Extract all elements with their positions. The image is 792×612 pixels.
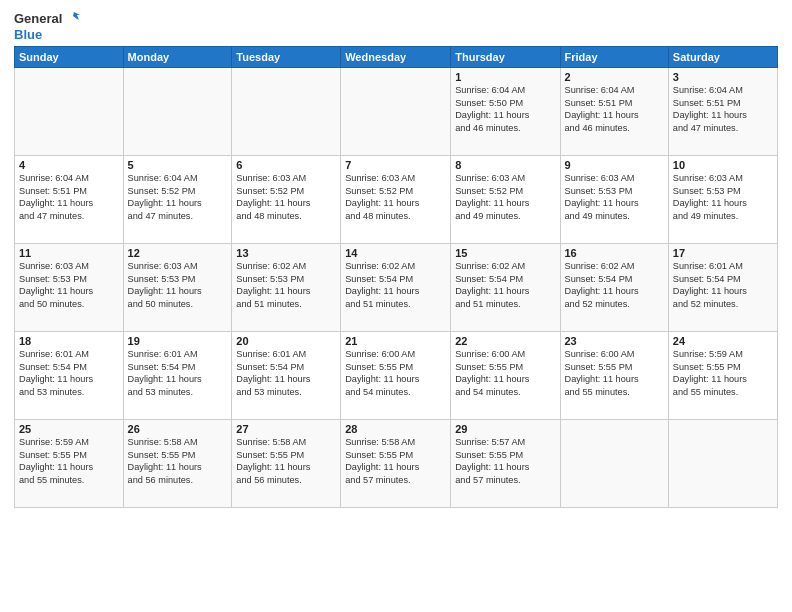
day-number: 13 xyxy=(236,247,336,259)
calendar-cell: 18Sunrise: 6:01 AMSunset: 5:54 PMDayligh… xyxy=(15,332,124,420)
calendar-cell: 6Sunrise: 6:03 AMSunset: 5:52 PMDaylight… xyxy=(232,156,341,244)
day-info: Sunrise: 5:59 AMSunset: 5:55 PMDaylight:… xyxy=(19,436,119,486)
calendar-header-sunday: Sunday xyxy=(15,47,124,68)
day-info: Sunrise: 6:02 AMSunset: 5:54 PMDaylight:… xyxy=(455,260,555,310)
day-number: 15 xyxy=(455,247,555,259)
day-number: 2 xyxy=(565,71,664,83)
calendar-cell: 13Sunrise: 6:02 AMSunset: 5:53 PMDayligh… xyxy=(232,244,341,332)
day-number: 18 xyxy=(19,335,119,347)
calendar-cell: 29Sunrise: 5:57 AMSunset: 5:55 PMDayligh… xyxy=(451,420,560,508)
day-number: 10 xyxy=(673,159,773,171)
day-info: Sunrise: 6:02 AMSunset: 5:54 PMDaylight:… xyxy=(565,260,664,310)
calendar-cell: 17Sunrise: 6:01 AMSunset: 5:54 PMDayligh… xyxy=(668,244,777,332)
calendar-cell: 21Sunrise: 6:00 AMSunset: 5:55 PMDayligh… xyxy=(341,332,451,420)
calendar-cell xyxy=(123,68,232,156)
calendar-cell xyxy=(232,68,341,156)
calendar-cell: 20Sunrise: 6:01 AMSunset: 5:54 PMDayligh… xyxy=(232,332,341,420)
calendar-header-monday: Monday xyxy=(123,47,232,68)
calendar-header-thursday: Thursday xyxy=(451,47,560,68)
day-number: 12 xyxy=(128,247,228,259)
calendar-header-friday: Friday xyxy=(560,47,668,68)
day-info: Sunrise: 5:57 AMSunset: 5:55 PMDaylight:… xyxy=(455,436,555,486)
calendar-week-2: 4Sunrise: 6:04 AMSunset: 5:51 PMDaylight… xyxy=(15,156,778,244)
calendar-week-1: 1Sunrise: 6:04 AMSunset: 5:50 PMDaylight… xyxy=(15,68,778,156)
day-info: Sunrise: 6:02 AMSunset: 5:54 PMDaylight:… xyxy=(345,260,446,310)
calendar-header-tuesday: Tuesday xyxy=(232,47,341,68)
calendar-cell: 5Sunrise: 6:04 AMSunset: 5:52 PMDaylight… xyxy=(123,156,232,244)
day-info: Sunrise: 6:03 AMSunset: 5:52 PMDaylight:… xyxy=(345,172,446,222)
calendar-cell: 25Sunrise: 5:59 AMSunset: 5:55 PMDayligh… xyxy=(15,420,124,508)
day-info: Sunrise: 5:58 AMSunset: 5:55 PMDaylight:… xyxy=(345,436,446,486)
calendar-table: SundayMondayTuesdayWednesdayThursdayFrid… xyxy=(14,46,778,508)
page-container: General Blue SundayMondayTuesdayWednesda… xyxy=(0,0,792,514)
day-info: Sunrise: 6:01 AMSunset: 5:54 PMDaylight:… xyxy=(128,348,228,398)
day-info: Sunrise: 6:03 AMSunset: 5:53 PMDaylight:… xyxy=(565,172,664,222)
day-number: 7 xyxy=(345,159,446,171)
day-number: 14 xyxy=(345,247,446,259)
calendar-cell: 8Sunrise: 6:03 AMSunset: 5:52 PMDaylight… xyxy=(451,156,560,244)
day-info: Sunrise: 6:04 AMSunset: 5:51 PMDaylight:… xyxy=(565,84,664,134)
day-info: Sunrise: 6:04 AMSunset: 5:52 PMDaylight:… xyxy=(128,172,228,222)
calendar-cell: 22Sunrise: 6:00 AMSunset: 5:55 PMDayligh… xyxy=(451,332,560,420)
day-number: 16 xyxy=(565,247,664,259)
calendar-cell: 7Sunrise: 6:03 AMSunset: 5:52 PMDaylight… xyxy=(341,156,451,244)
calendar-week-4: 18Sunrise: 6:01 AMSunset: 5:54 PMDayligh… xyxy=(15,332,778,420)
logo-general: General xyxy=(14,12,62,26)
day-number: 4 xyxy=(19,159,119,171)
calendar-cell: 23Sunrise: 6:00 AMSunset: 5:55 PMDayligh… xyxy=(560,332,668,420)
calendar-cell: 19Sunrise: 6:01 AMSunset: 5:54 PMDayligh… xyxy=(123,332,232,420)
calendar-cell: 10Sunrise: 6:03 AMSunset: 5:53 PMDayligh… xyxy=(668,156,777,244)
calendar-cell: 15Sunrise: 6:02 AMSunset: 5:54 PMDayligh… xyxy=(451,244,560,332)
calendar-cell: 16Sunrise: 6:02 AMSunset: 5:54 PMDayligh… xyxy=(560,244,668,332)
day-number: 22 xyxy=(455,335,555,347)
calendar-cell: 14Sunrise: 6:02 AMSunset: 5:54 PMDayligh… xyxy=(341,244,451,332)
calendar-cell: 9Sunrise: 6:03 AMSunset: 5:53 PMDaylight… xyxy=(560,156,668,244)
day-info: Sunrise: 6:03 AMSunset: 5:53 PMDaylight:… xyxy=(19,260,119,310)
day-info: Sunrise: 6:00 AMSunset: 5:55 PMDaylight:… xyxy=(455,348,555,398)
calendar-cell xyxy=(668,420,777,508)
calendar-cell xyxy=(560,420,668,508)
day-number: 26 xyxy=(128,423,228,435)
day-info: Sunrise: 5:59 AMSunset: 5:55 PMDaylight:… xyxy=(673,348,773,398)
calendar-week-3: 11Sunrise: 6:03 AMSunset: 5:53 PMDayligh… xyxy=(15,244,778,332)
day-number: 19 xyxy=(128,335,228,347)
calendar-cell: 4Sunrise: 6:04 AMSunset: 5:51 PMDaylight… xyxy=(15,156,124,244)
calendar-cell: 3Sunrise: 6:04 AMSunset: 5:51 PMDaylight… xyxy=(668,68,777,156)
day-info: Sunrise: 5:58 AMSunset: 5:55 PMDaylight:… xyxy=(236,436,336,486)
day-number: 17 xyxy=(673,247,773,259)
day-info: Sunrise: 6:03 AMSunset: 5:53 PMDaylight:… xyxy=(673,172,773,222)
day-info: Sunrise: 6:01 AMSunset: 5:54 PMDaylight:… xyxy=(236,348,336,398)
header: General Blue xyxy=(14,10,778,42)
calendar-cell: 12Sunrise: 6:03 AMSunset: 5:53 PMDayligh… xyxy=(123,244,232,332)
day-number: 20 xyxy=(236,335,336,347)
day-number: 8 xyxy=(455,159,555,171)
day-number: 5 xyxy=(128,159,228,171)
day-number: 24 xyxy=(673,335,773,347)
day-info: Sunrise: 6:00 AMSunset: 5:55 PMDaylight:… xyxy=(345,348,446,398)
calendar-cell: 1Sunrise: 6:04 AMSunset: 5:50 PMDaylight… xyxy=(451,68,560,156)
calendar-cell xyxy=(15,68,124,156)
day-info: Sunrise: 6:03 AMSunset: 5:53 PMDaylight:… xyxy=(128,260,228,310)
day-number: 11 xyxy=(19,247,119,259)
calendar-header-wednesday: Wednesday xyxy=(341,47,451,68)
day-number: 25 xyxy=(19,423,119,435)
logo-blue: Blue xyxy=(14,28,42,42)
calendar-cell: 26Sunrise: 5:58 AMSunset: 5:55 PMDayligh… xyxy=(123,420,232,508)
calendar-cell: 28Sunrise: 5:58 AMSunset: 5:55 PMDayligh… xyxy=(341,420,451,508)
calendar-cell: 27Sunrise: 5:58 AMSunset: 5:55 PMDayligh… xyxy=(232,420,341,508)
calendar-cell: 2Sunrise: 6:04 AMSunset: 5:51 PMDaylight… xyxy=(560,68,668,156)
day-info: Sunrise: 6:00 AMSunset: 5:55 PMDaylight:… xyxy=(565,348,664,398)
day-number: 21 xyxy=(345,335,446,347)
day-info: Sunrise: 6:04 AMSunset: 5:51 PMDaylight:… xyxy=(673,84,773,134)
day-number: 9 xyxy=(565,159,664,171)
day-number: 28 xyxy=(345,423,446,435)
calendar-cell: 24Sunrise: 5:59 AMSunset: 5:55 PMDayligh… xyxy=(668,332,777,420)
day-info: Sunrise: 6:01 AMSunset: 5:54 PMDaylight:… xyxy=(673,260,773,310)
day-info: Sunrise: 6:01 AMSunset: 5:54 PMDaylight:… xyxy=(19,348,119,398)
day-number: 1 xyxy=(455,71,555,83)
day-info: Sunrise: 6:04 AMSunset: 5:50 PMDaylight:… xyxy=(455,84,555,134)
calendar-cell: 11Sunrise: 6:03 AMSunset: 5:53 PMDayligh… xyxy=(15,244,124,332)
day-info: Sunrise: 6:02 AMSunset: 5:53 PMDaylight:… xyxy=(236,260,336,310)
day-number: 23 xyxy=(565,335,664,347)
day-number: 27 xyxy=(236,423,336,435)
